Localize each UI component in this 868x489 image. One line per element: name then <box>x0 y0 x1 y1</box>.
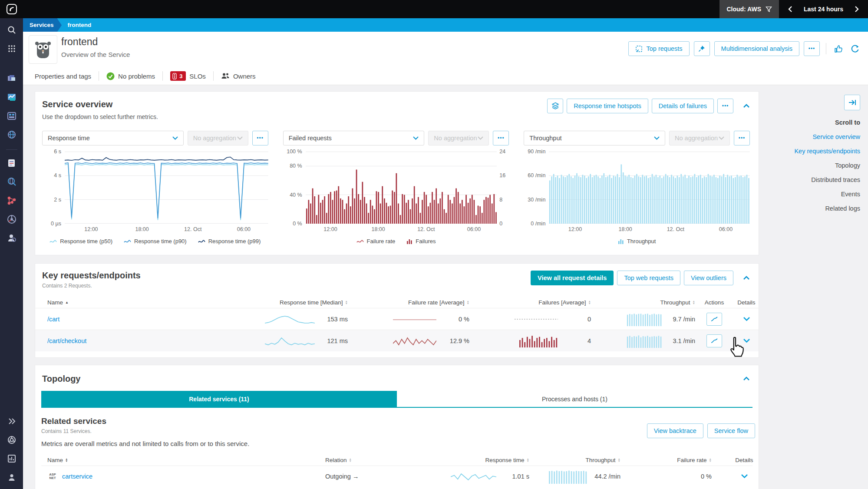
scroll-link-distributed-traces[interactable]: Distributed traces <box>811 176 860 183</box>
scroll-link-service-overview[interactable]: Service overview <box>812 133 860 140</box>
dashboards-icon[interactable] <box>6 92 17 103</box>
tab-related-services[interactable]: Related services (11) <box>41 391 397 407</box>
metric-select-response-time[interactable]: Response time <box>42 131 184 145</box>
x-axis-labels: 12:00 18:00 12. Oct 06:00 <box>65 225 268 234</box>
collapse-topology-icon[interactable] <box>743 375 750 383</box>
column-header-throughput[interactable]: Throughput▲▼ <box>591 299 695 306</box>
response-time-hotspots-button[interactable]: Response time hotspots <box>567 99 648 113</box>
reports-icon[interactable] <box>6 453 17 464</box>
service-overview-subtitle: Use the dropdown to select further metri… <box>42 113 750 120</box>
analyze-action-button[interactable] <box>706 334 722 347</box>
web-icon[interactable] <box>6 129 17 140</box>
dynatrace-logo-icon <box>6 3 17 15</box>
column-header-throughput[interactable]: Throughput▲▼ <box>529 457 642 463</box>
refresh-icon[interactable] <box>849 43 861 55</box>
timeframe-prev-icon[interactable] <box>788 6 792 13</box>
pin-icon <box>698 45 705 52</box>
column-header-failures[interactable]: Failures [Average]▲▼ <box>469 299 591 306</box>
search-icon[interactable] <box>6 24 17 36</box>
top-requests-button[interactable]: Top requests <box>628 41 690 56</box>
column-header-response-time[interactable]: Response time▲▼ <box>421 457 529 463</box>
view-outliers-button[interactable]: View outliers <box>684 271 733 285</box>
layers-button[interactable] <box>547 99 563 113</box>
column-header-name[interactable]: Name▲▼ <box>47 457 325 463</box>
panel-more-button[interactable]: ••• <box>252 131 268 145</box>
outliers-label: View outliers <box>691 274 726 281</box>
details-toggle[interactable] <box>729 474 759 479</box>
tab-properties-and-tags[interactable]: Properties and tags <box>35 73 91 80</box>
tab-processes-and-hosts[interactable]: Processes and hosts (1) <box>397 391 752 407</box>
throughput-chart[interactable] <box>549 152 750 224</box>
header-more-button[interactable]: ••• <box>804 41 820 56</box>
timeframe-next-icon[interactable] <box>855 6 859 13</box>
slo-count: 3 <box>179 73 182 79</box>
hub-icon[interactable] <box>6 434 17 446</box>
collapse-overview-icon[interactable] <box>743 102 750 110</box>
synthetic-icon[interactable] <box>6 176 17 188</box>
column-header-name[interactable]: Name▲ <box>47 299 218 306</box>
view-all-request-details-button[interactable]: View all request details <box>531 271 614 285</box>
expand-sidebar-icon[interactable] <box>6 416 17 427</box>
multidimensional-analysis-button[interactable]: Multidimensional analysis <box>714 41 799 56</box>
panel-more-button[interactable]: ••• <box>734 131 750 145</box>
pin-button[interactable] <box>694 41 710 56</box>
tab-problems[interactable]: No problems <box>106 72 155 80</box>
topology-controls <box>737 375 750 383</box>
related-services-title: Related services <box>41 416 752 426</box>
request-link[interactable]: /cart/checkout <box>47 337 86 344</box>
chevron-down-icon <box>654 136 660 140</box>
metric-select-value: Throughput <box>529 135 561 142</box>
scroll-link-key-requests[interactable]: Key requests/endpoints <box>794 148 860 155</box>
column-header-relation[interactable]: Relation▲▼ <box>325 457 421 463</box>
failed-requests-chart[interactable] <box>306 152 497 224</box>
bars-swatch-icon <box>618 238 624 244</box>
response-time-sparkline <box>451 471 496 482</box>
thumbs-up-icon[interactable] <box>832 43 845 55</box>
scroll-link-related-logs[interactable]: Related logs <box>825 205 860 212</box>
tab-owners[interactable]: Owners <box>221 73 256 80</box>
column-header-failure-rate[interactable]: Failure rate [Average]▲▼ <box>348 299 469 306</box>
request-link[interactable]: /cart <box>47 316 59 323</box>
tab-divider <box>213 71 214 81</box>
metric-panels: Response time No aggregation ••• 6 s 4 s… <box>42 131 750 244</box>
metric-select-failed-requests[interactable]: Failed requests <box>283 131 425 145</box>
profile-icon[interactable] <box>6 472 17 483</box>
x-axis-labels: 12:00 18:00 12. Oct 06:00 <box>306 225 497 234</box>
service-link[interactable]: cartservice <box>62 473 92 480</box>
collapse-panel-button[interactable] <box>844 95 860 110</box>
top-web-requests-button[interactable]: Top web requests <box>617 271 680 285</box>
chevron-down-icon <box>478 136 483 140</box>
traces-icon[interactable] <box>6 195 17 206</box>
throughput-sparkline <box>627 334 662 348</box>
hosts-icon[interactable] <box>6 110 17 122</box>
key-requests-table-header: Name▲ Response time [Median]▲▼ Failure r… <box>35 297 759 308</box>
collapse-key-requests-icon[interactable] <box>743 274 750 282</box>
column-header-failure-rate[interactable]: Failure rate▲▼ <box>642 457 729 463</box>
logs-icon[interactable] <box>6 158 17 169</box>
filter-funnel-icon <box>766 6 772 13</box>
session-wheel-icon[interactable] <box>6 214 17 225</box>
overview-more-button[interactable]: ••• <box>717 99 733 113</box>
tab-divider <box>162 71 163 81</box>
breadcrumb-services[interactable]: Services <box>23 18 57 32</box>
tab-slos[interactable]: 3 SLOs <box>170 71 206 81</box>
apps-grid-icon[interactable] <box>6 43 17 54</box>
column-header-response-time[interactable]: Response time [Median]▲▼ <box>218 299 348 306</box>
response-time-chart[interactable] <box>65 152 268 224</box>
details-of-failures-button[interactable]: Details of failures <box>652 99 714 113</box>
details-toggle[interactable] <box>733 338 759 343</box>
details-toggle[interactable] <box>733 317 759 321</box>
smartscape-icon[interactable] <box>6 73 17 84</box>
timeframe-label[interactable]: Last 24 hours <box>804 6 843 13</box>
no-problems-label: No problems <box>118 73 155 80</box>
dynatrace-logo[interactable] <box>0 3 23 15</box>
metric-select-throughput[interactable]: Throughput <box>524 131 665 145</box>
user-sessions-icon[interactable] <box>6 232 17 244</box>
scroll-link-topology[interactable]: Topology <box>835 162 860 169</box>
service-flow-button[interactable]: Service flow <box>707 423 755 438</box>
view-backtrace-button[interactable]: View backtrace <box>647 423 703 438</box>
panel-more-button[interactable]: ••• <box>493 131 509 145</box>
analyze-action-button[interactable] <box>706 313 722 326</box>
management-zone-filter[interactable]: Cloud: AWS <box>719 0 779 18</box>
scroll-link-events[interactable]: Events <box>841 191 860 198</box>
